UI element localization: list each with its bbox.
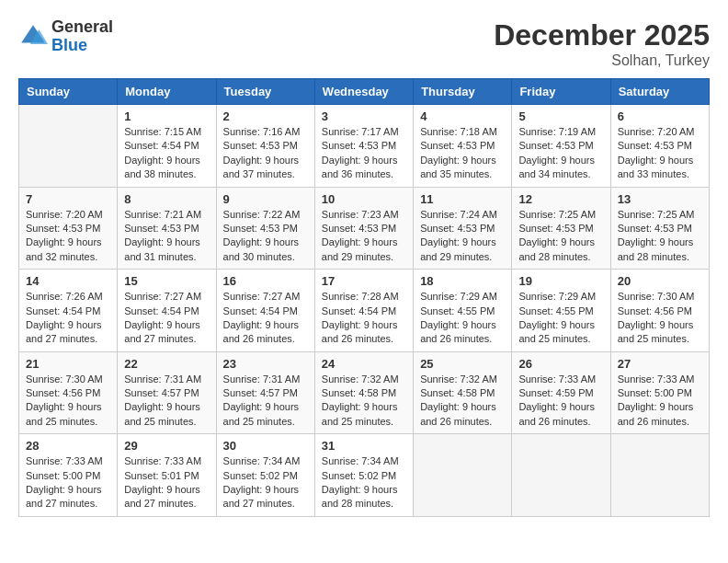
month-year-title: December 2025 <box>494 18 710 52</box>
weekday-header-saturday: Saturday <box>610 79 709 105</box>
weekday-header-row: SundayMondayTuesdayWednesdayThursdayFrid… <box>19 79 710 105</box>
calendar-cell: 14 Sunrise: 7:26 AM Sunset: 4:54 PM Dayl… <box>19 270 118 352</box>
calendar-cell: 3 Sunrise: 7:17 AM Sunset: 4:53 PM Dayli… <box>314 105 413 188</box>
day-info: Sunrise: 7:24 AM Sunset: 4:53 PM Dayligh… <box>420 208 505 265</box>
calendar-cell <box>414 434 512 517</box>
calendar-cell: 17 Sunrise: 7:28 AM Sunset: 4:54 PM Dayl… <box>314 270 413 352</box>
sunrise-text: Sunrise: 7:30 AM <box>26 373 103 385</box>
day-info: Sunrise: 7:27 AM Sunset: 4:54 PM Dayligh… <box>124 290 209 347</box>
daylight-text: Daylight: 9 hours and 26 minutes. <box>420 401 496 426</box>
logo-general-text: General <box>51 18 113 37</box>
day-number: 26 <box>518 357 603 371</box>
page-header: General Blue December 2025 Solhan, Turke… <box>18 18 710 69</box>
sunset-text: Sunset: 4:53 PM <box>518 223 593 234</box>
sunrise-text: Sunrise: 7:32 AM <box>322 373 399 385</box>
calendar-cell <box>610 434 709 517</box>
day-info: Sunrise: 7:31 AM Sunset: 4:57 PM Dayligh… <box>124 373 209 430</box>
logo-blue-text: Blue <box>51 37 113 55</box>
calendar-cell: 15 Sunrise: 7:27 AM Sunset: 4:54 PM Dayl… <box>118 270 216 352</box>
day-number: 30 <box>223 439 308 453</box>
sunrise-text: Sunrise: 7:29 AM <box>518 291 596 302</box>
sunrise-text: Sunrise: 7:34 AM <box>223 455 301 466</box>
sunrise-text: Sunrise: 7:33 AM <box>618 373 695 385</box>
sunset-text: Sunset: 4:53 PM <box>518 140 593 151</box>
calendar-cell: 20 Sunrise: 7:30 AM Sunset: 4:56 PM Dayl… <box>610 270 709 352</box>
weekday-header-sunday: Sunday <box>19 79 118 105</box>
sunrise-text: Sunrise: 7:15 AM <box>124 126 201 137</box>
day-info: Sunrise: 7:29 AM Sunset: 4:55 PM Dayligh… <box>518 290 603 347</box>
sunset-text: Sunset: 4:53 PM <box>124 223 199 234</box>
day-number: 28 <box>26 439 110 453</box>
daylight-text: Daylight: 9 hours and 37 minutes. <box>223 155 300 179</box>
calendar-cell: 29 Sunrise: 7:33 AM Sunset: 5:01 PM Dayl… <box>118 434 216 517</box>
weekday-header-wednesday: Wednesday <box>314 79 413 105</box>
day-info: Sunrise: 7:22 AM Sunset: 4:53 PM Dayligh… <box>223 208 308 265</box>
day-number: 6 <box>618 109 702 123</box>
sunset-text: Sunset: 4:59 PM <box>518 387 593 398</box>
sunrise-text: Sunrise: 7:21 AM <box>124 209 201 220</box>
sunrise-text: Sunrise: 7:28 AM <box>322 291 399 302</box>
sunset-text: Sunset: 4:53 PM <box>420 140 495 151</box>
calendar-week-2: 7 Sunrise: 7:20 AM Sunset: 4:53 PM Dayli… <box>19 187 710 270</box>
sunset-text: Sunset: 4:54 PM <box>124 305 199 316</box>
calendar-cell: 6 Sunrise: 7:20 AM Sunset: 4:53 PM Dayli… <box>610 105 709 188</box>
location-subtitle: Solhan, Turkey <box>494 52 710 69</box>
calendar-cell: 31 Sunrise: 7:34 AM Sunset: 5:02 PM Dayl… <box>314 434 413 517</box>
daylight-text: Daylight: 9 hours and 28 minutes. <box>518 236 595 261</box>
daylight-text: Daylight: 9 hours and 31 minutes. <box>124 236 200 261</box>
daylight-text: Daylight: 9 hours and 26 minutes. <box>322 319 398 344</box>
calendar-cell: 18 Sunrise: 7:29 AM Sunset: 4:55 PM Dayl… <box>414 270 512 352</box>
calendar-cell: 26 Sunrise: 7:33 AM Sunset: 4:59 PM Dayl… <box>512 351 610 434</box>
day-info: Sunrise: 7:21 AM Sunset: 4:53 PM Dayligh… <box>124 208 209 265</box>
sunrise-text: Sunrise: 7:33 AM <box>26 455 103 466</box>
sunrise-text: Sunrise: 7:32 AM <box>420 373 497 385</box>
calendar-cell: 10 Sunrise: 7:23 AM Sunset: 4:53 PM Dayl… <box>314 187 413 270</box>
sunrise-text: Sunrise: 7:17 AM <box>322 126 399 137</box>
calendar-cell: 9 Sunrise: 7:22 AM Sunset: 4:53 PM Dayli… <box>216 187 314 270</box>
day-info: Sunrise: 7:20 AM Sunset: 4:53 PM Dayligh… <box>26 208 110 265</box>
calendar-cell: 13 Sunrise: 7:25 AM Sunset: 4:53 PM Dayl… <box>610 187 709 270</box>
sunrise-text: Sunrise: 7:22 AM <box>223 209 301 220</box>
day-number: 3 <box>322 109 406 123</box>
sunset-text: Sunset: 5:00 PM <box>618 387 692 398</box>
calendar-week-5: 28 Sunrise: 7:33 AM Sunset: 5:00 PM Dayl… <box>19 434 710 517</box>
sunrise-text: Sunrise: 7:19 AM <box>518 126 596 137</box>
logo-icon <box>18 22 48 52</box>
calendar-cell <box>512 434 610 517</box>
daylight-text: Daylight: 9 hours and 28 minutes. <box>618 236 694 261</box>
daylight-text: Daylight: 9 hours and 28 minutes. <box>322 484 398 509</box>
day-number: 20 <box>618 274 702 288</box>
day-number: 18 <box>420 274 505 288</box>
calendar-cell: 28 Sunrise: 7:33 AM Sunset: 5:00 PM Dayl… <box>19 434 118 517</box>
daylight-text: Daylight: 9 hours and 26 minutes. <box>420 319 496 344</box>
sunrise-text: Sunrise: 7:20 AM <box>26 209 103 220</box>
day-number: 24 <box>322 357 406 371</box>
calendar-week-1: 1 Sunrise: 7:15 AM Sunset: 4:54 PM Dayli… <box>19 105 710 188</box>
sunset-text: Sunset: 4:54 PM <box>322 305 396 316</box>
day-number: 21 <box>26 357 110 371</box>
daylight-text: Daylight: 9 hours and 26 minutes. <box>223 319 300 344</box>
day-info: Sunrise: 7:16 AM Sunset: 4:53 PM Dayligh… <box>223 125 308 182</box>
weekday-header-monday: Monday <box>118 79 216 105</box>
calendar-cell: 19 Sunrise: 7:29 AM Sunset: 4:55 PM Dayl… <box>512 270 610 352</box>
sunset-text: Sunset: 4:55 PM <box>420 305 495 316</box>
daylight-text: Daylight: 9 hours and 38 minutes. <box>124 155 200 179</box>
sunrise-text: Sunrise: 7:25 AM <box>618 209 695 220</box>
day-number: 19 <box>518 274 603 288</box>
title-block: December 2025 Solhan, Turkey <box>494 18 710 69</box>
calendar-cell: 12 Sunrise: 7:25 AM Sunset: 4:53 PM Dayl… <box>512 187 610 270</box>
sunset-text: Sunset: 5:01 PM <box>124 470 199 481</box>
day-info: Sunrise: 7:30 AM Sunset: 4:56 PM Dayligh… <box>618 290 702 347</box>
sunset-text: Sunset: 4:54 PM <box>223 305 298 316</box>
day-info: Sunrise: 7:33 AM Sunset: 5:00 PM Dayligh… <box>618 373 702 430</box>
day-number: 2 <box>223 109 308 123</box>
day-info: Sunrise: 7:28 AM Sunset: 4:54 PM Dayligh… <box>322 290 406 347</box>
calendar-cell: 7 Sunrise: 7:20 AM Sunset: 4:53 PM Dayli… <box>19 187 118 270</box>
weekday-header-friday: Friday <box>512 79 610 105</box>
daylight-text: Daylight: 9 hours and 25 minutes. <box>618 319 694 344</box>
sunrise-text: Sunrise: 7:31 AM <box>124 373 201 385</box>
day-info: Sunrise: 7:31 AM Sunset: 4:57 PM Dayligh… <box>223 373 308 430</box>
day-info: Sunrise: 7:33 AM Sunset: 5:00 PM Dayligh… <box>26 454 110 511</box>
day-number: 5 <box>518 109 603 123</box>
calendar-cell: 21 Sunrise: 7:30 AM Sunset: 4:56 PM Dayl… <box>19 351 118 434</box>
